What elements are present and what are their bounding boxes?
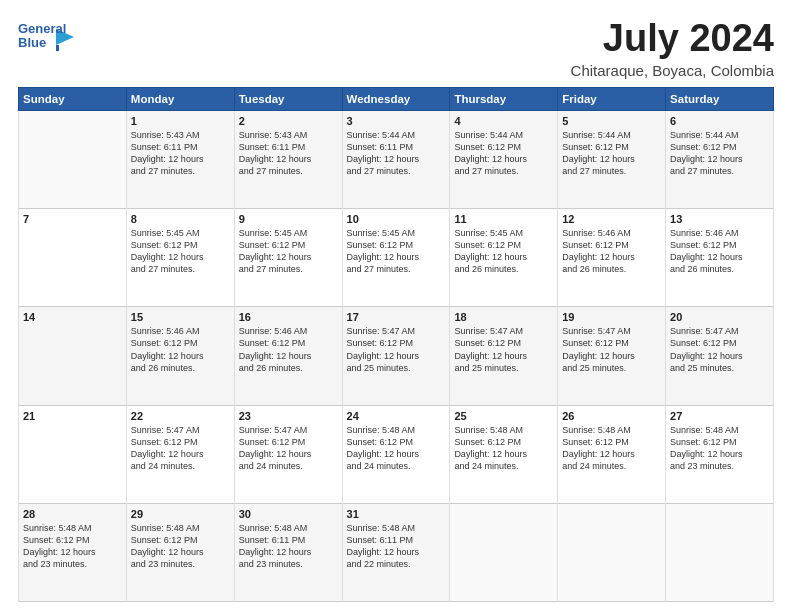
day-number: 19 bbox=[562, 311, 661, 323]
day-number: 31 bbox=[347, 508, 446, 520]
week-row-3: 1415Sunrise: 5:46 AM Sunset: 6:12 PM Day… bbox=[19, 307, 774, 405]
calendar-cell: 27Sunrise: 5:48 AM Sunset: 6:12 PM Dayli… bbox=[666, 405, 774, 503]
day-number: 13 bbox=[670, 213, 769, 225]
day-number: 16 bbox=[239, 311, 338, 323]
col-header-tuesday: Tuesday bbox=[234, 87, 342, 110]
week-row-5: 28Sunrise: 5:48 AM Sunset: 6:12 PM Dayli… bbox=[19, 503, 774, 601]
day-number: 24 bbox=[347, 410, 446, 422]
day-info: Sunrise: 5:46 AM Sunset: 6:12 PM Dayligh… bbox=[562, 227, 661, 276]
col-header-monday: Monday bbox=[126, 87, 234, 110]
day-info: Sunrise: 5:48 AM Sunset: 6:12 PM Dayligh… bbox=[562, 424, 661, 473]
week-row-4: 2122Sunrise: 5:47 AM Sunset: 6:12 PM Day… bbox=[19, 405, 774, 503]
day-number: 5 bbox=[562, 115, 661, 127]
calendar-cell: 6Sunrise: 5:44 AM Sunset: 6:12 PM Daylig… bbox=[666, 110, 774, 208]
col-header-sunday: Sunday bbox=[19, 87, 127, 110]
subtitle: Chitaraque, Boyaca, Colombia bbox=[571, 62, 774, 79]
day-number: 3 bbox=[347, 115, 446, 127]
calendar-cell: 19Sunrise: 5:47 AM Sunset: 6:12 PM Dayli… bbox=[558, 307, 666, 405]
day-number: 14 bbox=[23, 311, 122, 323]
day-info: Sunrise: 5:44 AM Sunset: 6:12 PM Dayligh… bbox=[670, 129, 769, 178]
day-number: 21 bbox=[23, 410, 122, 422]
day-info: Sunrise: 5:43 AM Sunset: 6:11 PM Dayligh… bbox=[239, 129, 338, 178]
day-info: Sunrise: 5:44 AM Sunset: 6:12 PM Dayligh… bbox=[562, 129, 661, 178]
col-header-friday: Friday bbox=[558, 87, 666, 110]
calendar-cell bbox=[558, 503, 666, 601]
main-title: July 2024 bbox=[571, 18, 774, 60]
calendar-cell: 30Sunrise: 5:48 AM Sunset: 6:11 PM Dayli… bbox=[234, 503, 342, 601]
calendar-cell: 2Sunrise: 5:43 AM Sunset: 6:11 PM Daylig… bbox=[234, 110, 342, 208]
calendar-cell: 13Sunrise: 5:46 AM Sunset: 6:12 PM Dayli… bbox=[666, 209, 774, 307]
day-info: Sunrise: 5:46 AM Sunset: 6:12 PM Dayligh… bbox=[670, 227, 769, 276]
day-number: 2 bbox=[239, 115, 338, 127]
calendar-cell: 5Sunrise: 5:44 AM Sunset: 6:12 PM Daylig… bbox=[558, 110, 666, 208]
day-number: 12 bbox=[562, 213, 661, 225]
day-info: Sunrise: 5:48 AM Sunset: 6:12 PM Dayligh… bbox=[670, 424, 769, 473]
calendar-cell: 18Sunrise: 5:47 AM Sunset: 6:12 PM Dayli… bbox=[450, 307, 558, 405]
calendar-cell: 8Sunrise: 5:45 AM Sunset: 6:12 PM Daylig… bbox=[126, 209, 234, 307]
day-number: 28 bbox=[23, 508, 122, 520]
day-number: 4 bbox=[454, 115, 553, 127]
logo: General Blue bbox=[18, 22, 74, 58]
day-info: Sunrise: 5:43 AM Sunset: 6:11 PM Dayligh… bbox=[131, 129, 230, 178]
day-info: Sunrise: 5:45 AM Sunset: 6:12 PM Dayligh… bbox=[454, 227, 553, 276]
calendar-cell: 12Sunrise: 5:46 AM Sunset: 6:12 PM Dayli… bbox=[558, 209, 666, 307]
day-number: 1 bbox=[131, 115, 230, 127]
calendar-cell: 11Sunrise: 5:45 AM Sunset: 6:12 PM Dayli… bbox=[450, 209, 558, 307]
calendar-cell: 23Sunrise: 5:47 AM Sunset: 6:12 PM Dayli… bbox=[234, 405, 342, 503]
day-number: 6 bbox=[670, 115, 769, 127]
day-number: 30 bbox=[239, 508, 338, 520]
calendar-cell bbox=[450, 503, 558, 601]
calendar-cell bbox=[666, 503, 774, 601]
calendar-cell: 7 bbox=[19, 209, 127, 307]
day-number: 7 bbox=[23, 213, 122, 225]
day-info: Sunrise: 5:46 AM Sunset: 6:12 PM Dayligh… bbox=[239, 325, 338, 374]
day-info: Sunrise: 5:47 AM Sunset: 6:12 PM Dayligh… bbox=[454, 325, 553, 374]
day-number: 8 bbox=[131, 213, 230, 225]
day-info: Sunrise: 5:44 AM Sunset: 6:11 PM Dayligh… bbox=[347, 129, 446, 178]
week-row-2: 78Sunrise: 5:45 AM Sunset: 6:12 PM Dayli… bbox=[19, 209, 774, 307]
calendar-cell: 3Sunrise: 5:44 AM Sunset: 6:11 PM Daylig… bbox=[342, 110, 450, 208]
calendar-cell: 21 bbox=[19, 405, 127, 503]
col-header-saturday: Saturday bbox=[666, 87, 774, 110]
svg-rect-1 bbox=[56, 45, 59, 51]
day-info: Sunrise: 5:48 AM Sunset: 6:12 PM Dayligh… bbox=[131, 522, 230, 571]
calendar-cell: 26Sunrise: 5:48 AM Sunset: 6:12 PM Dayli… bbox=[558, 405, 666, 503]
col-header-wednesday: Wednesday bbox=[342, 87, 450, 110]
day-number: 10 bbox=[347, 213, 446, 225]
calendar-cell: 31Sunrise: 5:48 AM Sunset: 6:11 PM Dayli… bbox=[342, 503, 450, 601]
calendar-cell: 9Sunrise: 5:45 AM Sunset: 6:12 PM Daylig… bbox=[234, 209, 342, 307]
day-info: Sunrise: 5:47 AM Sunset: 6:12 PM Dayligh… bbox=[239, 424, 338, 473]
calendar-table: SundayMondayTuesdayWednesdayThursdayFrid… bbox=[18, 87, 774, 602]
calendar-cell: 10Sunrise: 5:45 AM Sunset: 6:12 PM Dayli… bbox=[342, 209, 450, 307]
day-number: 29 bbox=[131, 508, 230, 520]
calendar-cell bbox=[19, 110, 127, 208]
day-number: 22 bbox=[131, 410, 230, 422]
day-info: Sunrise: 5:45 AM Sunset: 6:12 PM Dayligh… bbox=[131, 227, 230, 276]
calendar-cell: 28Sunrise: 5:48 AM Sunset: 6:12 PM Dayli… bbox=[19, 503, 127, 601]
day-info: Sunrise: 5:45 AM Sunset: 6:12 PM Dayligh… bbox=[239, 227, 338, 276]
calendar-cell: 29Sunrise: 5:48 AM Sunset: 6:12 PM Dayli… bbox=[126, 503, 234, 601]
header-row: SundayMondayTuesdayWednesdayThursdayFrid… bbox=[19, 87, 774, 110]
calendar-cell: 16Sunrise: 5:46 AM Sunset: 6:12 PM Dayli… bbox=[234, 307, 342, 405]
day-info: Sunrise: 5:48 AM Sunset: 6:11 PM Dayligh… bbox=[239, 522, 338, 571]
day-number: 23 bbox=[239, 410, 338, 422]
col-header-thursday: Thursday bbox=[450, 87, 558, 110]
calendar-cell: 25Sunrise: 5:48 AM Sunset: 6:12 PM Dayli… bbox=[450, 405, 558, 503]
calendar-cell: 1Sunrise: 5:43 AM Sunset: 6:11 PM Daylig… bbox=[126, 110, 234, 208]
day-info: Sunrise: 5:48 AM Sunset: 6:12 PM Dayligh… bbox=[454, 424, 553, 473]
calendar-cell: 20Sunrise: 5:47 AM Sunset: 6:12 PM Dayli… bbox=[666, 307, 774, 405]
day-info: Sunrise: 5:46 AM Sunset: 6:12 PM Dayligh… bbox=[131, 325, 230, 374]
day-info: Sunrise: 5:47 AM Sunset: 6:12 PM Dayligh… bbox=[670, 325, 769, 374]
day-number: 27 bbox=[670, 410, 769, 422]
day-info: Sunrise: 5:47 AM Sunset: 6:12 PM Dayligh… bbox=[131, 424, 230, 473]
day-info: Sunrise: 5:47 AM Sunset: 6:12 PM Dayligh… bbox=[562, 325, 661, 374]
day-number: 20 bbox=[670, 311, 769, 323]
week-row-1: 1Sunrise: 5:43 AM Sunset: 6:11 PM Daylig… bbox=[19, 110, 774, 208]
day-number: 17 bbox=[347, 311, 446, 323]
calendar-cell: 14 bbox=[19, 307, 127, 405]
day-number: 26 bbox=[562, 410, 661, 422]
day-info: Sunrise: 5:48 AM Sunset: 6:11 PM Dayligh… bbox=[347, 522, 446, 571]
day-number: 11 bbox=[454, 213, 553, 225]
calendar-cell: 4Sunrise: 5:44 AM Sunset: 6:12 PM Daylig… bbox=[450, 110, 558, 208]
day-info: Sunrise: 5:47 AM Sunset: 6:12 PM Dayligh… bbox=[347, 325, 446, 374]
